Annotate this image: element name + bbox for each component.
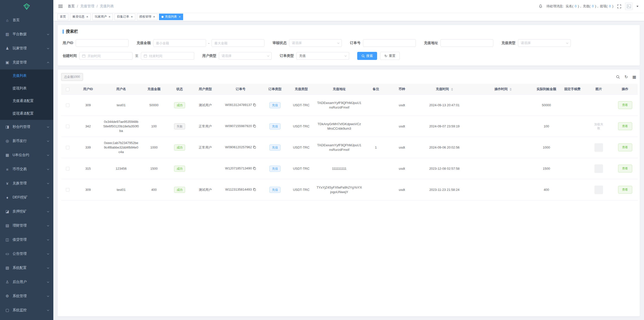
amount-max-input[interactable] xyxy=(212,39,264,47)
search-button[interactable]: 搜索 xyxy=(357,52,377,60)
sidebar-item-defi-mining[interactable]: ♦ DEFI挖矿 xyxy=(0,190,53,204)
sidebar-item-system-config[interactable]: ▧ 系统配置 xyxy=(0,261,53,275)
close-icon[interactable]: × xyxy=(153,15,155,18)
sidebar-item-withdraw-channel-config[interactable]: 提现通道配置 xyxy=(0,107,53,120)
sidebar-item-staking-mining[interactable]: ◪ 质押挖矿 xyxy=(0,204,53,219)
search-toggle-icon[interactable] xyxy=(616,75,620,79)
chevron-down-icon xyxy=(47,210,49,212)
audit-status-select[interactable]: 请选择 xyxy=(289,39,342,47)
user-type-select[interactable]: 请选择 xyxy=(219,52,272,60)
sidebar-item-label: DEFI挖矿 xyxy=(13,195,47,200)
tab-home[interactable]: 首页 xyxy=(57,14,68,20)
sidebar-item-recharge-withdraw[interactable]: ▣ 充提管理 xyxy=(0,55,53,69)
field-recharge-address: 充值地址 xyxy=(424,39,493,47)
recharge-address-input[interactable] xyxy=(440,39,493,47)
sort-icons[interactable] xyxy=(451,88,453,91)
sidebar-item-recharge-list[interactable]: 充值列表 xyxy=(0,69,53,82)
copy-icon[interactable] xyxy=(253,146,256,150)
caret-down-icon[interactable] xyxy=(636,6,638,7)
order-no-input[interactable] xyxy=(363,39,416,47)
sidebar-item-u-contract[interactable]: ▦ U本位合约 xyxy=(0,148,53,162)
copy-icon[interactable] xyxy=(253,188,256,192)
sidebar-item-recharge-channel-config[interactable]: 充值通道配置 xyxy=(0,95,53,107)
sidebar-item-lending[interactable]: ◫ 借贷管理 xyxy=(0,233,53,247)
pending-realname-link[interactable]: 实名( 0 )， xyxy=(566,4,582,9)
tab-player-users[interactable]: 玩家用户 × xyxy=(92,14,113,20)
sidebar-item-player-management[interactable]: ♟ 玩家管理 xyxy=(0,41,53,55)
user-id-input[interactable] xyxy=(76,39,129,47)
receipt-thumbnail[interactable] xyxy=(594,143,603,152)
tab-authorization[interactable]: 授权管理 × xyxy=(137,14,158,20)
sidebar-item-wealth[interactable]: ▤ 理财管理 xyxy=(0,219,53,233)
breadcrumb-recharge-management[interactable]: 充值管理 xyxy=(80,4,94,9)
row-checkbox[interactable] xyxy=(66,103,69,107)
cell-order-no: W0907155987920 xyxy=(219,116,262,137)
avatar[interactable] xyxy=(625,3,633,10)
row-checkbox[interactable] xyxy=(66,125,69,128)
receipt-thumbnail[interactable] xyxy=(594,164,603,173)
cell-image xyxy=(585,158,612,179)
sidebar-item-home[interactable]: ⌂ 首页 xyxy=(0,13,53,27)
sidebar-item-platform-data[interactable]: ▥ 平台数据 xyxy=(0,27,53,41)
tab-account-changes[interactable]: 账变信息 × xyxy=(70,14,91,20)
cell-user-id: 315 xyxy=(74,158,102,179)
cell-fixed-fee xyxy=(560,179,585,200)
cell-username: test01 xyxy=(102,95,140,116)
end-time-picker[interactable] xyxy=(141,52,194,60)
reset-button[interactable]: ↻ 重置 xyxy=(380,52,400,60)
copy-icon[interactable] xyxy=(253,124,256,129)
column-header-operate-time[interactable]: 操作时间 xyxy=(473,84,533,95)
sidebar-item-second-contract[interactable]: ◨ 秒合约管理 xyxy=(0,120,53,134)
sort-icons[interactable] xyxy=(510,88,512,91)
copy-icon[interactable] xyxy=(253,167,256,171)
order-type-select[interactable]: 充值 xyxy=(296,52,349,60)
close-icon[interactable]: × xyxy=(179,15,181,18)
column-header-recharge-time[interactable]: 充值时间 xyxy=(416,84,473,95)
select-all-checkbox[interactable] xyxy=(66,88,69,91)
view-button[interactable]: 查看 xyxy=(618,186,632,194)
sidebar-item-withdraw-list[interactable]: 提现列表 xyxy=(0,82,53,95)
chevron-down-icon xyxy=(47,154,49,156)
fullscreen-icon[interactable] xyxy=(617,4,621,9)
view-button[interactable]: 查看 xyxy=(618,144,632,151)
total-amount-tag[interactable]: 总金额1000 xyxy=(61,73,83,81)
close-icon[interactable]: × xyxy=(86,15,88,18)
bell-icon[interactable] xyxy=(539,4,543,8)
sidebar-item-system-management[interactable]: ⚙ 系统管理 xyxy=(0,289,53,303)
refresh-icon[interactable]: ↻ xyxy=(624,75,628,79)
sidebar-item-admin-users[interactable]: ♙ 后台用户 xyxy=(0,275,53,289)
sidebar-item-new-coin[interactable]: ◎ 新币发行 xyxy=(0,134,53,148)
app-root: ⌂ 首页 ▥ 平台数据 ♟ 玩家管理 ▣ 充提管理 充值列表 xyxy=(0,0,644,320)
tab-recharge-list[interactable]: 充值列表 × xyxy=(159,14,183,20)
row-checkbox[interactable] xyxy=(66,146,69,149)
sidebar-item-system-monitor[interactable]: ▢ 系统监控 xyxy=(0,303,53,317)
column-settings-icon[interactable]: ▦ xyxy=(632,75,636,79)
cell-amount: 1500 xyxy=(140,158,168,179)
start-time-picker[interactable] xyxy=(79,52,133,60)
start-time-input[interactable] xyxy=(88,54,130,58)
copy-icon[interactable] xyxy=(253,103,256,108)
sidebar-item-spot-trading[interactable]: ≡ 币币交易 xyxy=(0,162,53,176)
row-checkbox[interactable] xyxy=(66,188,69,192)
view-button[interactable]: 查看 xyxy=(618,165,632,172)
pending-withdraw-link[interactable]: 提现( 0 ) xyxy=(600,4,613,9)
view-button[interactable]: 查看 xyxy=(618,122,632,130)
recharge-type-select[interactable]: 请选择 xyxy=(518,39,571,47)
close-icon[interactable]: × xyxy=(131,15,133,18)
end-time-input[interactable] xyxy=(149,54,191,58)
cell-amount: 50000 xyxy=(140,95,168,116)
cell-recharge-type: USDT-TRC xyxy=(288,95,315,116)
pending-recharge-link[interactable]: 充值( 0 )， xyxy=(583,4,599,9)
hamburger-icon[interactable] xyxy=(57,4,64,9)
tab-collection-orders[interactable]: 归集订单 × xyxy=(114,14,135,20)
receipt-thumbnail[interactable] xyxy=(594,186,603,194)
amount-min-input[interactable] xyxy=(153,39,206,47)
view-button[interactable]: 查看 xyxy=(618,101,632,109)
row-checkbox[interactable] xyxy=(66,167,69,170)
breadcrumb-home[interactable]: 首页 xyxy=(68,4,75,9)
cell-recharge-type: USDT-TRC xyxy=(288,179,315,200)
sidebar-item-exchange[interactable]: ¥ 兑换管理 xyxy=(0,176,53,190)
close-icon[interactable]: × xyxy=(109,15,111,18)
sidebar-item-announcement[interactable]: ▭ 公告管理 xyxy=(0,247,53,261)
cell-image xyxy=(585,95,612,116)
